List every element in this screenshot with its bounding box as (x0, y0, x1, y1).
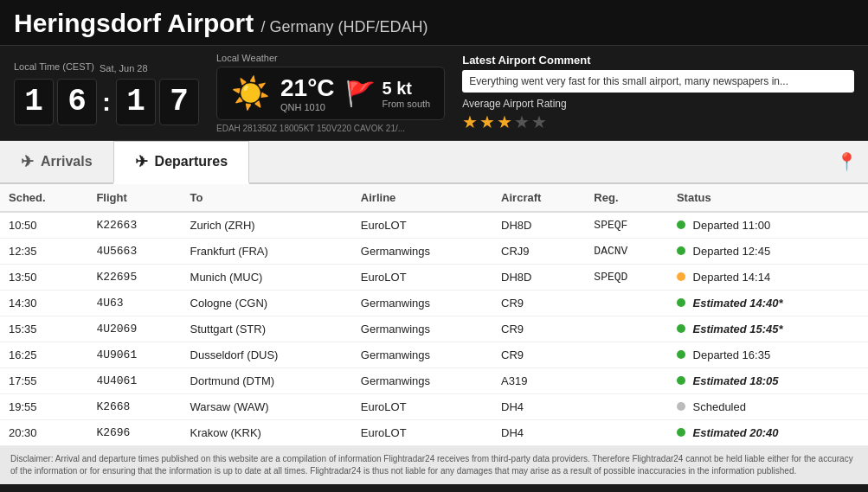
clock-d2: 6 (57, 79, 97, 125)
cell-aircraft: DH4 (492, 420, 585, 446)
cell-sched: 16:25 (0, 342, 87, 368)
cell-reg (585, 394, 668, 420)
country-code: / Germany (HDF/EDAH) (261, 18, 428, 35)
airport-suffix: Airport (167, 9, 254, 37)
status-text: Scheduled (693, 400, 746, 413)
weather-wind-block: 🚩 5 kt From south (345, 79, 431, 109)
status-dot (677, 402, 685, 411)
status-dot (677, 220, 685, 229)
weather-temp-block: 21°C QNH 1010 (280, 74, 335, 112)
table-row[interactable]: 10:50 K22663 Zurich (ZRH) EuroLOT DH8D S… (0, 212, 868, 239)
cell-airline: EuroLOT (352, 212, 492, 239)
cell-sched: 20:30 (0, 420, 87, 446)
wind-info: 5 kt From south (383, 79, 431, 109)
cell-status: Estimated 15:45* (668, 316, 868, 342)
flights-table-container: Sched. Flight To Airline Aircraft Reg. S… (0, 184, 868, 446)
cell-aircraft: A319 (492, 368, 585, 394)
col-to: To (182, 184, 352, 212)
status-dot (677, 298, 685, 307)
tab-arrivals-label: Arrivals (41, 154, 93, 169)
cell-reg (585, 342, 668, 368)
cell-reg (585, 368, 668, 394)
weather-label: Local Weather (216, 53, 445, 63)
cell-to: Dortmund (DTM) (182, 368, 352, 394)
info-bar: Local Time (CEST) Sat, Jun 28 1 6 : 1 7 … (0, 46, 868, 141)
cell-airline: Germanwings (352, 291, 492, 316)
cell-flight: K2696 (87, 420, 181, 446)
cell-sched: 13:50 (0, 265, 87, 291)
status-dot (677, 376, 685, 385)
weather-box: ☀️ 21°C QNH 1010 🚩 5 kt From south (216, 67, 445, 120)
cell-to: Zurich (ZRH) (182, 212, 352, 239)
col-status: Status (668, 184, 868, 212)
cell-sched: 17:55 (0, 368, 87, 394)
tab-departures-label: Departures (155, 154, 228, 169)
clock-date: Sat, Jun 28 (100, 63, 148, 73)
clock-display: 1 6 : 1 7 (14, 79, 199, 125)
tab-departures[interactable]: ✈ Departures (113, 141, 249, 184)
status-text: Departed 16:35 (693, 348, 771, 361)
cell-to: Krakow (KRK) (182, 420, 352, 446)
star-3: ★ (497, 112, 512, 132)
cell-status: Estimated 20:40 (668, 420, 868, 446)
cell-status: Estimated 18:05 (668, 368, 868, 394)
flights-table: Sched. Flight To Airline Aircraft Reg. S… (0, 184, 868, 446)
clock-d1: 1 (14, 79, 54, 125)
weather-temperature: 21°C (280, 74, 335, 102)
cell-sched: 14:30 (0, 291, 87, 316)
cell-reg (585, 291, 668, 316)
cell-status: Departed 14:14 (668, 265, 868, 291)
tab-arrivals[interactable]: ✈ Arrivals (0, 142, 113, 184)
cell-flight: K22695 (87, 265, 181, 291)
status-dot (677, 246, 685, 255)
table-row[interactable]: 17:55 4U4061 Dortmund (DTM) Germanwings … (0, 368, 868, 394)
cell-airline: Germanwings (352, 239, 492, 265)
cell-aircraft: CR9 (492, 342, 585, 368)
status-text: Estimated 15:45* (693, 323, 783, 335)
table-row[interactable]: 12:35 4U5663 Frankfurt (FRA) Germanwings… (0, 239, 868, 265)
cell-to: Stuttgart (STR) (182, 316, 352, 342)
wind-flag-icon: 🚩 (345, 80, 376, 108)
status-text: Departed 11:00 (693, 219, 771, 232)
cell-flight: 4U63 (87, 291, 181, 316)
cell-aircraft: CR9 (492, 316, 585, 342)
cell-to: Dusseldorf (DUS) (182, 342, 352, 368)
star-rating: ★ ★ ★ ★ ★ (462, 112, 854, 132)
table-row[interactable]: 14:30 4U63 Cologne (CGN) Germanwings CR9… (0, 291, 868, 316)
wind-direction: From south (383, 99, 431, 109)
cell-sched: 15:35 (0, 316, 87, 342)
cell-sched: 12:35 (0, 239, 87, 265)
table-row[interactable]: 16:25 4U9061 Dusseldorf (DUS) Germanwing… (0, 342, 868, 368)
cell-to: Cologne (CGN) (182, 291, 352, 316)
status-dot (677, 350, 685, 359)
cell-status: Departed 11:00 (668, 212, 868, 239)
clock-d3: 1 (116, 79, 156, 125)
cell-reg: SPEQF (585, 212, 668, 239)
cell-airline: Germanwings (352, 342, 492, 368)
cell-reg: DACNV (585, 239, 668, 265)
clock-label: Local Time (CEST) (14, 61, 94, 72)
table-row[interactable]: 15:35 4U2069 Stuttgart (STR) Germanwings… (0, 316, 868, 342)
clock-d4: 7 (159, 79, 199, 125)
weather-raw: EDAH 281350Z 18005KT 150V220 CAVOK 21/..… (216, 124, 445, 133)
status-text: Estimated 18:05 (693, 374, 779, 387)
cell-airline: Germanwings (352, 316, 492, 342)
cell-flight: 4U5663 (87, 239, 181, 265)
table-row[interactable]: 20:30 K2696 Krakow (KRK) EuroLOT DH4 Est… (0, 420, 868, 446)
cell-flight: K2668 (87, 394, 181, 420)
table-row[interactable]: 13:50 K22695 Munich (MUC) EuroLOT DH8D S… (0, 265, 868, 291)
cell-reg (585, 316, 668, 342)
map-icon[interactable]: 📍 (836, 151, 868, 172)
cell-flight: 4U9061 (87, 342, 181, 368)
col-flight: Flight (87, 184, 181, 212)
cell-flight: K22663 (87, 212, 181, 239)
star-2: ★ (479, 112, 495, 132)
col-sched: Sched. (0, 184, 87, 212)
cell-aircraft: CR9 (492, 291, 585, 316)
cell-airline: EuroLOT (352, 265, 492, 291)
col-reg: Reg. (585, 184, 668, 212)
table-row[interactable]: 19:55 K2668 Warsaw (WAW) EuroLOT DH4 Sch… (0, 394, 868, 420)
star-5: ★ (531, 112, 547, 132)
star-1: ★ (462, 112, 478, 132)
disclaimer: Disclaimer: Arrival and departure times … (0, 446, 868, 484)
